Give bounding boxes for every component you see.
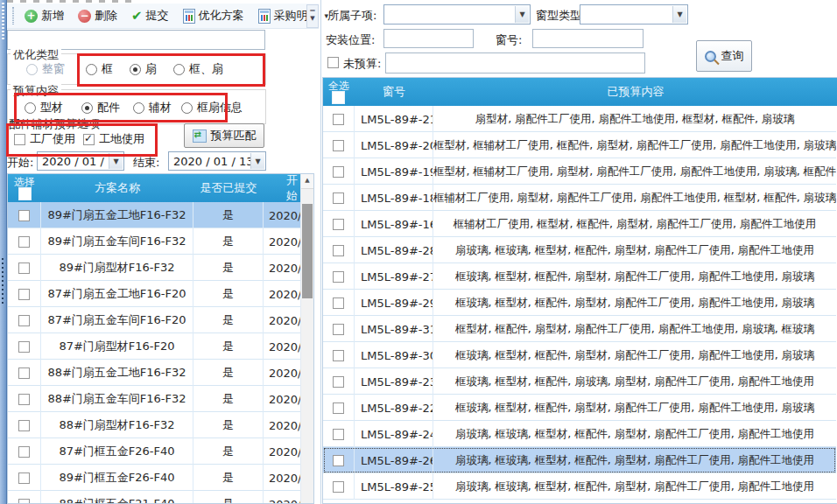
plan-table-row[interactable]: 87#门扇五金车间F16-F20是2020/0 (8, 307, 302, 333)
optimize-type-option[interactable]: 框 (86, 61, 113, 77)
window-table-row[interactable]: LM5L-89#-26F24扇玻璃, 框玻璃, 框型材, 框配件, 扇型材, 扇… (323, 447, 836, 473)
plan-table-row[interactable]: 88#门扇型材F16-F32是2020/0 (8, 412, 302, 438)
select-all-checkbox[interactable] (18, 187, 32, 200)
chevron-down-icon[interactable]: ▼ (250, 153, 264, 169)
row-checkbox[interactable] (18, 289, 30, 300)
delete-button[interactable]: −删除 (74, 6, 122, 25)
row-checkbox[interactable] (18, 341, 30, 353)
row-checkbox[interactable] (333, 192, 344, 204)
plan-table-row[interactable]: 89#门扇五金工地F16-F32是2020/0 (8, 202, 302, 228)
window-table-row[interactable]: LM5L-89#-18F16框辅材工厂使用, 扇型材, 扇配件工厂使用, 扇配件… (323, 185, 836, 211)
window-type-value (580, 5, 584, 18)
plan-table-row[interactable]: 88#门扇五金工地F16-F32是2020/0 (8, 360, 302, 386)
chevron-down-icon[interactable]: ▼ (672, 6, 686, 23)
chevron-down-icon[interactable]: ▼ (109, 153, 123, 169)
window-no-input[interactable] (532, 29, 644, 48)
radio-button[interactable] (81, 102, 93, 114)
plan-table-row[interactable]: 89#门框五金F26-F40是2020/0 (8, 465, 302, 491)
window-table-row[interactable]: LM5L-89#-29F27框玻璃, 框型材, 框配件, 扇型材, 扇配件工厂使… (323, 290, 836, 316)
row-checkbox[interactable] (333, 166, 344, 178)
row-checkbox[interactable] (333, 298, 344, 309)
row-checkbox[interactable] (18, 446, 30, 458)
window-table-row[interactable]: LM5L-89#-31F29框型材, 框配件, 扇型材, 扇配件工厂使用, 扇配… (323, 316, 836, 342)
add-button[interactable]: +新增 (20, 6, 68, 25)
plan-table-row[interactable]: 87#门扇型材F16-F20是2020/0 (8, 333, 302, 360)
checkbox[interactable] (83, 134, 95, 145)
window-table-row[interactable]: LM5L-89#-20F18框型材, 框辅材工厂使用, 框配件, 扇型材, 扇配… (323, 132, 836, 158)
plan-table-row[interactable]: 89#门扇型材F16-F32是2020/0 (8, 255, 302, 281)
row-checkbox[interactable] (333, 271, 344, 283)
row-checkbox[interactable] (333, 350, 344, 361)
plan-table-row[interactable]: 88#门框五金F21-F40是2020/0 (8, 491, 302, 504)
scroll-up-icon[interactable]: ▲ (301, 174, 313, 189)
row-checkbox[interactable] (18, 368, 30, 379)
window-table-row[interactable]: LM5L-89#-24F22扇玻璃, 框玻璃, 框型材, 框配件, 扇型材, 扇… (323, 421, 836, 447)
no-budget-input[interactable] (385, 52, 645, 74)
panel-splitter[interactable] (320, 0, 321, 504)
radio-button[interactable] (173, 64, 185, 75)
row-checkbox[interactable] (333, 402, 344, 414)
start-date-picker[interactable]: 2020 / 01 / 1 ▼ (37, 151, 124, 171)
row-checkbox[interactable] (18, 420, 30, 431)
plan-table-row[interactable]: 87#门扇五金工地F16-F20是2020/0 (8, 281, 302, 307)
install-position-input[interactable] (383, 29, 474, 48)
row-checkbox[interactable] (333, 114, 344, 125)
sub-item-select[interactable]: ▼ (383, 4, 531, 24)
window-table-row[interactable]: LM5L-89#-28F26扇玻璃, 框玻璃, 框型材, 框配件, 扇型材, 扇… (323, 237, 836, 263)
row-checkbox[interactable] (18, 262, 30, 274)
optimize-type-option[interactable]: 扇 (130, 61, 157, 77)
row-checkbox[interactable] (333, 245, 344, 256)
window-table-row[interactable]: LM5L-89#-21F19扇型材, 扇配件工厂使用, 扇配件工地使用, 框型材… (323, 106, 836, 132)
usage-option[interactable]: 工地使用 (83, 131, 144, 147)
window-table-row[interactable]: LM5L-89#-25F23扇玻璃, 框玻璃, 框型材, 框配件, 扇型材, 扇… (323, 473, 836, 500)
budget-content-option[interactable]: 配件 (81, 100, 120, 116)
collapsed-panel-strip[interactable] (0, 0, 7, 504)
delete-icon: − (78, 10, 91, 23)
radio-button[interactable] (86, 64, 97, 75)
row-checkbox[interactable] (18, 210, 30, 221)
toolbar-overflow-button[interactable]: ▔ ▼ (306, 4, 319, 28)
optimize-type-option[interactable]: 框、扇 (173, 61, 223, 77)
window-table-row[interactable]: LM5L-89#-27F25框玻璃, 框型材, 框配件, 扇型材, 扇配件工厂使… (323, 263, 836, 290)
submit-button[interactable]: ✔提交 (127, 6, 173, 25)
plan-table-row[interactable]: 88#门扇五金车间F16-F32是2020/0 (8, 386, 302, 412)
select-all-checkbox[interactable] (332, 91, 345, 104)
row-checkbox[interactable] (18, 236, 30, 248)
checkbox[interactable] (14, 134, 25, 145)
row-checkbox[interactable] (18, 472, 30, 484)
radio-button[interactable] (181, 102, 193, 114)
budget-content-option[interactable]: 辅材 (133, 100, 172, 116)
chevron-down-icon[interactable]: ▼ (515, 6, 529, 23)
row-checkbox[interactable] (333, 481, 344, 493)
window-type-select[interactable]: ▼ (580, 4, 688, 24)
radio-button[interactable] (25, 102, 36, 114)
no-budget-checkbox[interactable] (327, 57, 339, 68)
row-checkbox[interactable] (18, 315, 30, 326)
row-checkbox[interactable] (333, 219, 344, 230)
plan-table-scrollbar[interactable]: ▲ (300, 174, 313, 503)
row-checkbox[interactable] (333, 324, 344, 335)
window-table-row[interactable]: LM5L-89#-16F15框辅材工厂使用, 框型材, 框配件, 扇型材, 扇配… (323, 211, 836, 237)
end-date-picker[interactable]: 2020 / 01 / 13 ▼ (168, 151, 266, 171)
plan-table-row[interactable]: 89#门扇五金车间F16-F32是2020/0 (8, 228, 302, 255)
query-button[interactable]: 查询 (696, 40, 752, 72)
row-checkbox[interactable] (18, 394, 30, 405)
plan-table-row[interactable]: 87#门框五金F26-F40是2020/0 (8, 438, 302, 465)
optimize-plan-button[interactable]: 优化方案 (179, 6, 249, 25)
row-checkbox[interactable] (333, 140, 344, 151)
row-checkbox[interactable] (333, 376, 344, 388)
radio-button[interactable] (130, 64, 141, 75)
row-checkbox[interactable] (333, 429, 344, 440)
scrollbar-thumb[interactable] (302, 204, 313, 298)
window-table-row[interactable]: LM5L-89#-19F17框型材, 框辅材工厂使用, 扇型材, 扇配件工厂使用… (323, 158, 836, 185)
window-table-row[interactable]: LM5L-89#-23F21框玻璃, 框型材, 框配件, 扇玻璃, 扇型材, 扇… (323, 368, 836, 395)
window-table-row[interactable]: LM5L-89#-30F28框玻璃, 框型材, 框配件, 扇型材, 扇配件工厂使… (323, 342, 836, 368)
budget-content-option[interactable]: 框扇信息 (181, 100, 243, 116)
row-checkbox[interactable] (18, 499, 30, 504)
budget-match-button[interactable]: 预算匹配 (184, 123, 264, 148)
budget-content-option[interactable]: 型材 (25, 100, 63, 116)
radio-button[interactable] (133, 102, 144, 114)
usage-option[interactable]: 工厂使用 (14, 131, 75, 147)
window-table-row[interactable]: LM5L-89#-22F20框玻璃, 框型材, 框配件, 扇型材, 扇配件工厂使… (323, 395, 836, 421)
row-checkbox[interactable] (333, 455, 344, 466)
